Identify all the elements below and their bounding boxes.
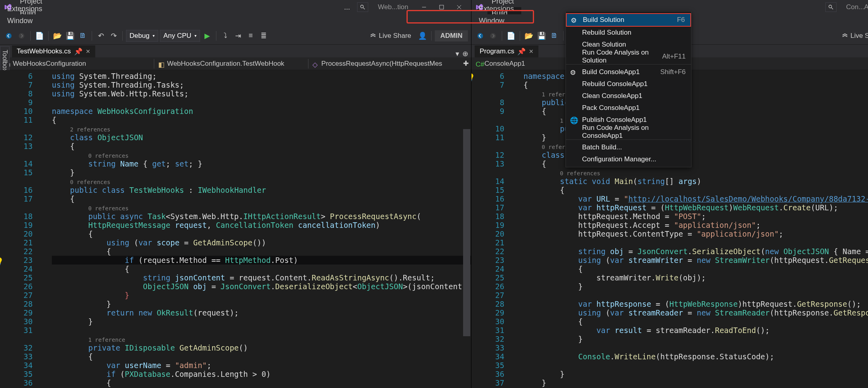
tab-testwebhooks[interactable]: TestWebHooks.cs 📌 ✕	[12, 45, 95, 57]
left-toolbar: 📄 📂 💾 🗎 ↶ ↷ Debug▾ Any CPU▾ ▶ ⤵ ⇥ ≡ ≣ Li…	[0, 27, 471, 45]
new-project-icon[interactable]: 📄	[34, 30, 45, 41]
build-icon: ⚙	[570, 69, 577, 76]
close-button[interactable]	[450, 1, 468, 13]
search-button[interactable]	[357, 2, 368, 12]
save-all-icon[interactable]: 🗎	[77, 30, 88, 41]
maximize-button[interactable]	[433, 1, 450, 13]
menu-item-clean-consoleapp1[interactable]: Clean ConsoleApp1	[566, 90, 691, 102]
build-icon: ⚙	[571, 16, 578, 24]
right-window: FileEditViewGitProjectBuildDebugTestAnal…	[471, 0, 868, 388]
save-all-icon[interactable]: 🗎	[549, 30, 560, 41]
nav-fwd-icon[interactable]	[16, 30, 27, 41]
nav-class[interactable]: ◧WebHooksConfiguration.TestWebHook	[156, 60, 306, 68]
tab-program[interactable]: Program.cs 📌 ✕	[475, 45, 538, 57]
split-editor-icon[interactable]: ✚	[462, 60, 469, 67]
menu-window[interactable]: Window	[3, 15, 46, 27]
open-icon[interactable]: 📂	[523, 30, 534, 41]
feedback-icon[interactable]: 👤	[417, 30, 428, 41]
window-title: Con...App1	[840, 3, 868, 11]
nav-fwd-icon[interactable]	[487, 30, 499, 41]
svg-point-15	[490, 33, 496, 39]
tab-label: TestWebHooks.cs	[17, 47, 71, 55]
close-tab-icon[interactable]: ✕	[86, 48, 90, 55]
menu-item-rebuild-solution[interactable]: Rebuild Solution	[566, 27, 691, 39]
svg-point-6	[6, 33, 12, 39]
scrollbar[interactable]	[463, 129, 470, 336]
pin-icon[interactable]: 📌	[74, 47, 82, 56]
svg-point-14	[477, 33, 483, 39]
overflow-menu[interactable]: ...	[340, 1, 354, 13]
left-menubar: FileEditViewGitProjectBuildDebugTestAnal…	[0, 0, 471, 14]
nav-method[interactable]: ◇ProcessRequestAsync(HttpRequestMes	[310, 60, 461, 68]
svg-point-7	[19, 33, 24, 39]
platform-dropdown[interactable]: Any CPU▾	[160, 30, 200, 42]
pin-icon[interactable]: 📌	[517, 47, 526, 56]
left-window: FileEditViewGitProjectBuildDebugTestAnal…	[0, 0, 471, 388]
open-icon[interactable]: 📂	[52, 30, 63, 41]
start-button[interactable]: ▶	[202, 30, 213, 41]
svg-line-9	[831, 8, 833, 9]
step-over-icon[interactable]: ⤵	[220, 30, 231, 41]
undo-icon[interactable]: ↶	[95, 30, 106, 41]
nav-namespace[interactable]: 🗂WebHooksConfiguration	[2, 60, 152, 68]
menu-item-rebuild-consoleapp1[interactable]: Rebuild ConsoleApp1	[566, 78, 691, 90]
menu-item-build-solution[interactable]: ⚙Build SolutionF6	[566, 13, 691, 27]
menu-item-run-code-analysis-on-solution[interactable]: Run Code Analysis on SolutionAlt+F11	[566, 51, 691, 63]
left-menubar-row2: ExtensionsWindowHelp	[0, 14, 471, 27]
menu-item-pack-consoleapp1[interactable]: Pack ConsoleApp1	[566, 102, 691, 114]
menu-item-run-code-analysis-on-consoleapp1[interactable]: Run Code Analysis on ConsoleApp1	[566, 126, 691, 138]
close-tab-icon[interactable]: ✕	[529, 48, 534, 55]
minimize-button[interactable]	[415, 1, 433, 13]
search-button[interactable]	[825, 2, 837, 12]
menu-item-configuration-manager-[interactable]: Configuration Manager...	[566, 153, 691, 165]
tab-dropdown-icon[interactable]: ▾	[454, 50, 461, 57]
tab-maximize-icon[interactable]: ⊕	[461, 50, 469, 57]
outdent-icon[interactable]: ≡	[245, 30, 256, 41]
live-share-button[interactable]: Live Share	[366, 32, 415, 40]
nav-back-icon[interactable]	[3, 30, 14, 41]
svg-rect-3	[440, 5, 444, 9]
publish-icon: 🌐	[570, 116, 577, 123]
save-icon[interactable]: 💾	[65, 30, 76, 41]
tab-label: Program.cs	[479, 47, 514, 55]
class-icon: ◧	[158, 61, 165, 67]
menu-item-batch-build-[interactable]: Batch Build...	[566, 141, 691, 153]
menu-extensions[interactable]: Extensions	[3, 3, 46, 15]
menu-item-build-consoleapp1[interactable]: ⚙Build ConsoleApp1Shift+F6	[566, 66, 691, 78]
step-into-icon[interactable]: ⇥	[232, 30, 244, 41]
menu-window[interactable]: Window	[475, 15, 518, 27]
svg-line-1	[363, 8, 365, 9]
live-share-button[interactable]: Live Share	[838, 32, 868, 40]
method-icon: ◇	[312, 61, 319, 67]
config-dropdown[interactable]: Debug▾	[126, 30, 158, 42]
nav-back-icon[interactable]	[475, 30, 486, 41]
svg-point-0	[361, 5, 363, 8]
left-nav-bar: 🗂WebHooksConfiguration ◧WebHooksConfigur…	[0, 57, 471, 70]
nav-namespace[interactable]: C#ConsoleApp1	[473, 60, 527, 68]
admin-badge: ADMIN	[435, 30, 468, 41]
left-tab-row: TestWebHooks.cs 📌 ✕ ▾ ⊕	[0, 45, 471, 57]
redo-icon[interactable]: ↷	[108, 30, 119, 41]
build-menu-dropdown: ⚙Build SolutionF6Rebuild SolutionClean S…	[566, 11, 691, 167]
window-title: Web...tion	[371, 3, 414, 11]
indent-icon[interactable]: ≣	[258, 30, 269, 41]
save-icon[interactable]: 💾	[536, 30, 547, 41]
csharp-icon: C#	[475, 61, 482, 67]
left-editor[interactable]: 67891011121314151617181920212223💡2425262…	[0, 70, 471, 388]
menu-extensions[interactable]: Extensions	[475, 3, 518, 15]
new-project-icon[interactable]: 📄	[505, 30, 516, 41]
svg-point-8	[829, 5, 832, 8]
